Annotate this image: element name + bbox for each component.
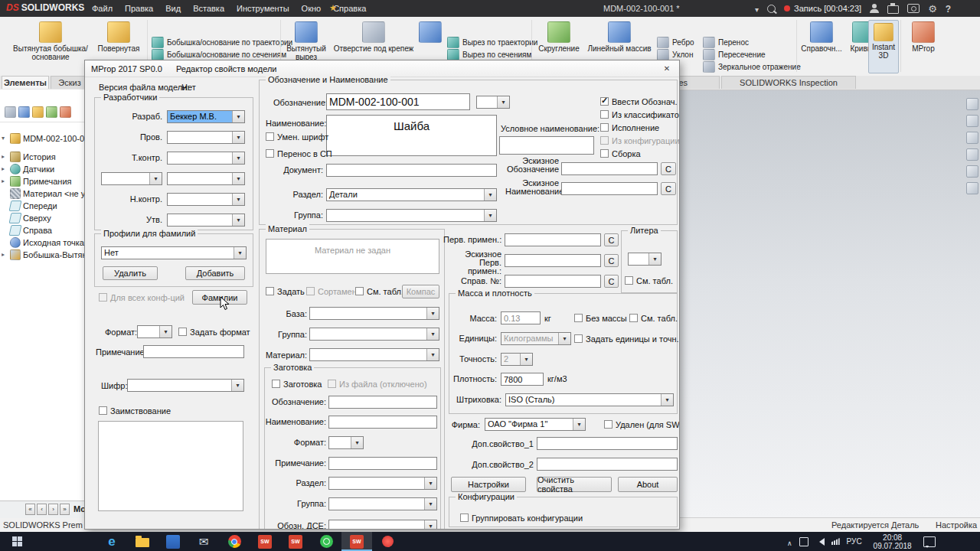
user-icon[interactable] xyxy=(870,4,879,13)
chevron-down-icon[interactable] xyxy=(149,173,162,184)
density-input[interactable]: 7800 xyxy=(501,373,544,386)
from-classifier-checkbox[interactable]: Из классификатора xyxy=(600,109,680,119)
tree-root-item[interactable]: MDM-002-100-001 xyxy=(2,132,84,144)
blank-from-file-checkbox[interactable]: Из файла (отключено) xyxy=(328,379,427,389)
revolve-boss-button[interactable]: Повернутая xyxy=(93,21,144,53)
ncontrol-combo[interactable] xyxy=(167,193,245,206)
no-mass-checkbox[interactable]: Без массы xyxy=(574,313,627,323)
tree-item-annotations[interactable]: Примечания xyxy=(2,175,84,187)
taskbar-app-button[interactable] xyxy=(158,532,188,551)
approver-combo[interactable] xyxy=(167,214,245,227)
profile-combo[interactable]: Нет xyxy=(101,246,247,259)
reference-geometry-button[interactable]: Справочн... xyxy=(799,21,844,53)
chevron-down-icon[interactable] xyxy=(234,247,246,259)
all-configs-checkbox[interactable]: Для всех конф-ций xyxy=(99,292,185,302)
tree-item-sensors[interactable]: Датчики xyxy=(2,163,84,174)
chevron-down-icon[interactable] xyxy=(520,354,532,365)
expand-caret-icon[interactable] xyxy=(2,251,8,258)
view-palette-icon[interactable] xyxy=(966,148,978,161)
blank-designation-input[interactable] xyxy=(328,396,437,409)
lofted-cut-button[interactable]: Вырез по сечениям xyxy=(447,49,531,60)
chevron-down-icon[interactable] xyxy=(424,520,436,530)
linear-pattern-button[interactable]: Линейный массив xyxy=(586,21,652,53)
tab-scroll-prev-button[interactable]: ‹ xyxy=(37,504,47,515)
chevron-down-icon[interactable] xyxy=(232,132,244,143)
language-indicator[interactable]: РУС xyxy=(847,537,862,546)
taskbar-solidworks-active-button[interactable] xyxy=(341,532,372,551)
taskbar-solidworks2-button[interactable] xyxy=(280,532,311,551)
tree-item-boss-extrude[interactable]: Бобышка-Вытянуть1 xyxy=(2,249,84,260)
extra-role-combo[interactable] xyxy=(101,172,162,185)
reference-number-c-button[interactable]: С xyxy=(604,275,619,288)
settings-button[interactable]: Настройки xyxy=(451,477,526,492)
set-units-checkbox[interactable]: Задать единицы и точн. xyxy=(574,334,679,344)
tree-item-origin[interactable]: Исходная точка xyxy=(2,236,84,248)
instant3d-toggle[interactable]: Instant 3D xyxy=(868,20,899,73)
chevron-down-icon[interactable] xyxy=(159,326,172,337)
designation-input[interactable]: MDM-002-100-001 xyxy=(326,93,470,110)
swept-boss-button[interactable]: Бобышка/основание по траектории xyxy=(152,37,292,48)
taskbar-chrome-button[interactable] xyxy=(219,532,250,551)
material-group-combo[interactable] xyxy=(309,328,439,341)
mass-table-checkbox[interactable]: См. табл. xyxy=(629,313,678,323)
configurationmanager-tab-icon[interactable] xyxy=(32,106,44,118)
chevron-down-icon[interactable] xyxy=(648,253,661,265)
tree-item-right-plane[interactable]: Справа xyxy=(2,224,84,236)
enter-designation-checkbox[interactable]: Ввести Обознач. xyxy=(600,96,678,106)
taskbar-explorer-button[interactable] xyxy=(127,532,158,551)
extra-property2-input[interactable] xyxy=(537,458,678,471)
small-font-checkbox[interactable]: Умен. шрифт xyxy=(266,132,328,142)
displaymanager-tab-icon[interactable] xyxy=(60,106,71,118)
clear-properties-button[interactable]: Очистить свойства xyxy=(537,477,612,492)
tray-chevron-up-icon[interactable] xyxy=(787,535,792,549)
borrow-checkbox[interactable]: Заимствование xyxy=(99,406,171,416)
dimxpertmanager-tab-icon[interactable] xyxy=(46,106,57,118)
from-config-checkbox[interactable]: Из конфигурации xyxy=(600,135,680,145)
tab-features[interactable]: Элементы xyxy=(2,76,49,89)
designation-suffix-combo[interactable] xyxy=(476,96,510,109)
taskbar-mail-button[interactable] xyxy=(188,532,219,551)
tree-item-history[interactable]: История xyxy=(2,151,84,162)
format-combo[interactable] xyxy=(137,325,172,338)
extrude-boss-button[interactable]: Вытянутая бобышка/основание xyxy=(11,21,90,61)
printer-icon[interactable] xyxy=(887,5,899,14)
featuremanager-tab-icon[interactable] xyxy=(5,106,16,118)
chevron-down-icon[interactable] xyxy=(232,194,244,205)
design-library-icon[interactable] xyxy=(966,115,978,127)
group-configurations-checkbox[interactable]: Группировать конфигурации xyxy=(460,513,583,523)
blank-format-combo[interactable] xyxy=(328,436,364,449)
revolve-cut-button[interactable] xyxy=(416,21,444,44)
expand-caret-icon[interactable] xyxy=(2,135,8,142)
custom-properties-icon[interactable] xyxy=(966,182,978,194)
set-material-checkbox[interactable]: Задать xyxy=(266,286,305,296)
intersect-button[interactable]: Пересечение xyxy=(703,49,766,60)
chevron-down-icon[interactable] xyxy=(231,380,243,391)
tab-scroll-first-button[interactable]: « xyxy=(25,504,35,515)
favorites-star-icon[interactable] xyxy=(329,3,337,13)
chevron-down-icon[interactable] xyxy=(232,111,244,122)
sketch-designation-c-button[interactable]: С xyxy=(661,162,676,175)
resources-icon[interactable] xyxy=(966,98,978,110)
chevron-down-icon[interactable] xyxy=(484,210,496,221)
first-application-input[interactable] xyxy=(505,233,601,246)
taskbar-whatsapp-button[interactable] xyxy=(311,532,341,551)
extra-property1-input[interactable] xyxy=(537,437,678,450)
conditional-name-input[interactable] xyxy=(499,136,594,155)
firm-combo[interactable]: ОАО "Фирма 1" xyxy=(485,418,586,431)
group-combo[interactable] xyxy=(326,209,497,222)
tab-scroll-next-button[interactable]: › xyxy=(48,504,58,515)
lofted-boss-button[interactable]: Бобышка/основание по сечениям xyxy=(152,49,286,60)
developer-combo[interactable]: Беккер М.В. xyxy=(167,110,245,123)
delete-profile-button[interactable]: Удалить xyxy=(103,266,158,280)
menu-insert[interactable]: Вставка xyxy=(187,4,230,13)
chevron-down-icon[interactable] xyxy=(351,437,363,448)
execution-checkbox[interactable]: Исполнение xyxy=(600,122,659,132)
expand-caret-icon[interactable] xyxy=(2,153,8,160)
checker-combo[interactable] xyxy=(167,131,245,144)
hatch-combo[interactable]: ISO (Сталь) xyxy=(505,393,674,406)
mprop-button[interactable]: MProp xyxy=(903,21,943,53)
material-table-checkbox[interactable]: См. табл. xyxy=(355,286,403,296)
assembly-checkbox[interactable]: Сборка xyxy=(600,148,641,158)
section-combo[interactable]: Детали xyxy=(326,188,497,201)
file-explorer-icon[interactable] xyxy=(966,132,978,144)
